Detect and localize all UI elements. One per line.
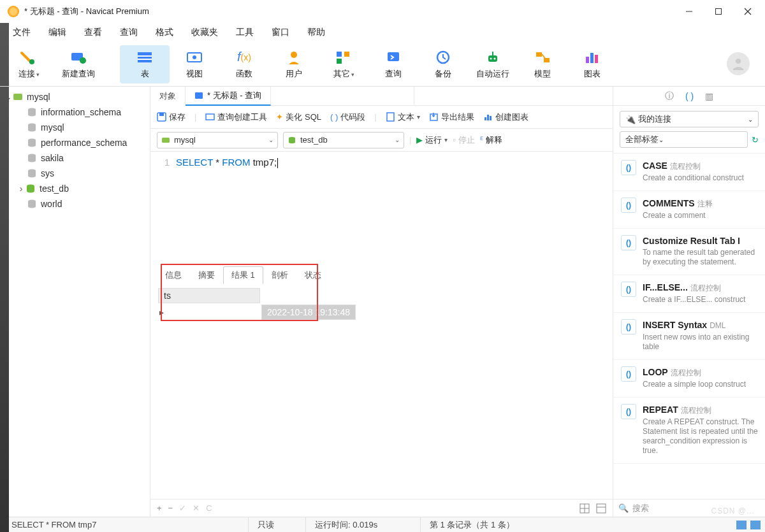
stop-button[interactable]: ▫停止 [453,134,475,146]
grid-icon[interactable] [736,520,747,530]
tb-autorun[interactable]: 自动运行 [468,45,518,83]
play-icon: ▶ [416,135,423,145]
menu-query[interactable]: 查询 [111,24,147,41]
refresh-button[interactable]: C [206,503,212,513]
tb-other[interactable]: 其它▾ [319,45,368,83]
menu-view[interactable]: 查看 [75,24,111,41]
tb-view[interactable]: 视图 [170,45,219,83]
snippet-if-else[interactable]: ()IF...ELSE...流程控制Create a IF...ELSE... … [613,275,765,313]
result-footer: + − ✓ ✕ C [150,499,613,517]
detail-icon[interactable] [750,520,761,530]
snippets-button[interactable]: ( )代码段 [330,111,365,123]
svg-rect-37 [195,92,203,99]
result-area: ts ▸2022-10-18 19:13:48 [150,284,613,499]
tb-query[interactable]: 查询 [368,45,418,83]
database-dropdown[interactable]: test_db⌄ [283,132,404,148]
snippet-loop[interactable]: ()LOOP流程控制Create a simple loop construct [613,360,765,398]
text-button[interactable]: 文本▾ [386,111,420,123]
brackets-icon[interactable]: ( ) [685,91,694,101]
tab-query[interactable]: * 无标题 - 查询 [186,87,271,106]
tabs: 对象 * 无标题 - 查询 [150,87,613,106]
cancel-button[interactable]: ✕ [193,503,200,513]
tb-chart[interactable]: 图表 [567,45,617,83]
connection-dropdown[interactable]: mysql⌄ [157,132,278,148]
tb-backup[interactable]: 备份 [418,45,468,83]
statusbar: SELECT * FROM tmp7 只读 运行时间: 0.019s 第 1 条… [0,517,765,532]
tree-db-sakila[interactable]: sakila [0,150,150,166]
tree-connection[interactable]: ⌄ mysql [0,89,150,104]
snippet-customize-result[interactable]: ()Customize Result Tab ITo name the resu… [613,229,765,275]
snippet-repeat[interactable]: ()REPEAT流程控制Create A REPEAT construct. T… [613,398,765,464]
beautify-button[interactable]: ✦美化 SQL [276,111,321,123]
builder-icon [205,112,215,122]
cell-value[interactable]: 2022-10-18 19:13:48 [261,305,356,320]
menu-format[interactable]: 格式 [147,24,182,41]
tree-db-world[interactable]: world [0,196,150,212]
menu-edit[interactable]: 编辑 [40,24,75,41]
export-button[interactable]: 导出结果 [429,111,474,123]
tb-table[interactable]: 表 [120,45,170,83]
apply-button[interactable]: ✓ [179,503,186,513]
menu-file[interactable]: 文件 [4,24,40,41]
create-chart-button[interactable]: 创建图表 [483,111,528,123]
tags-select[interactable]: 全部标签⌄ [620,131,748,148]
info-icon[interactable]: ⓘ [665,90,674,102]
save-button[interactable]: 保存 [157,111,186,123]
result-tab-info[interactable]: 信息 [157,266,190,284]
tb-new-query[interactable]: 新建查询 [54,45,103,83]
tb-model[interactable]: 模型 [518,45,567,83]
connection-select[interactable]: 🔌 我的连接⌄ [620,111,759,127]
user-avatar[interactable] [727,52,750,75]
grid-view-icon[interactable] [579,503,590,514]
mysql-icon [161,136,170,145]
tree-db-sys[interactable]: sys [0,166,150,181]
menu-favorites[interactable]: 收藏夹 [182,24,227,41]
chevron-down-icon: ⌄ [268,136,273,143]
menu-help[interactable]: 帮助 [298,24,334,41]
search-icon: 🔍 [618,503,629,513]
rp-top-icons: ⓘ ( ) ▥ [613,87,765,106]
svg-point-28 [736,59,741,64]
tree-db-performance-schema[interactable]: performance_schema [0,135,150,150]
minimize-button[interactable] [674,1,704,22]
explain-button[interactable]: ᴱ解释 [480,134,502,146]
snippet-case[interactable]: ()CASE流程控制Create a conditional construct [613,154,765,191]
tb-function[interactable]: f(x)函数 [219,45,269,83]
refresh-icon[interactable]: ↻ [752,135,759,145]
sql-editor[interactable]: 1 SELECT * FROM tmp7; [150,152,613,266]
result-tab-status[interactable]: 状态 [296,266,330,284]
result-tab-profile[interactable]: 剖析 [263,266,296,284]
tb-user[interactable]: 用户 [269,45,319,83]
explain-icon: ᴱ [480,135,483,145]
query-builder-button[interactable]: 查询创建工具 [205,111,267,123]
snippet-icon: () [621,198,636,213]
col-header-ts[interactable]: ts [158,288,260,303]
query-toolbar: 保存 | 查询创建工具 ✦美化 SQL ( )代码段 | 文本▾ 导出结果 创建… [150,106,613,129]
maximize-button[interactable] [704,1,733,22]
add-row-button[interactable]: + [157,503,162,513]
tree-db-test-db[interactable]: ›test_db [0,181,150,196]
snippet-comments[interactable]: ()COMMENTS注释Create a comment [613,191,765,229]
menu-tools[interactable]: 工具 [227,24,263,41]
run-button[interactable]: ▶运行▾ [416,134,448,146]
svg-rect-26 [590,53,594,63]
tree-db-information-schema[interactable]: information_schema [0,104,150,120]
status-records: 第 1 条记录（共 1 条） [421,517,523,532]
tab-objects[interactable]: 对象 [150,87,186,106]
tb-connection[interactable]: 连接▾ [4,45,54,83]
menu-window[interactable]: 窗口 [263,24,298,41]
columns-icon[interactable]: ▥ [705,91,713,101]
database-icon [27,168,37,178]
tree-db-mysql[interactable]: mysql [0,120,150,135]
result-tab-result1[interactable]: 结果 1 [223,266,263,284]
result-tab-summary[interactable]: 摘要 [190,266,223,284]
delete-row-button[interactable]: − [168,503,173,513]
doc-icon [386,112,395,122]
toolbar: 连接▾ 新建查询 表 视图 f(x)函数 用户 其它▾ 查询 备份 自动运行 模… [0,42,765,87]
result-grid[interactable]: ts ▸2022-10-18 19:13:48 [157,287,357,321]
close-button[interactable] [733,1,762,22]
status-runtime: 运行时间: 0.019s [306,517,421,532]
left-strip [0,23,9,532]
snippet-insert[interactable]: ()INSERT SyntaxDMLInsert new rows into a… [613,313,765,360]
form-view-icon[interactable] [596,503,606,514]
